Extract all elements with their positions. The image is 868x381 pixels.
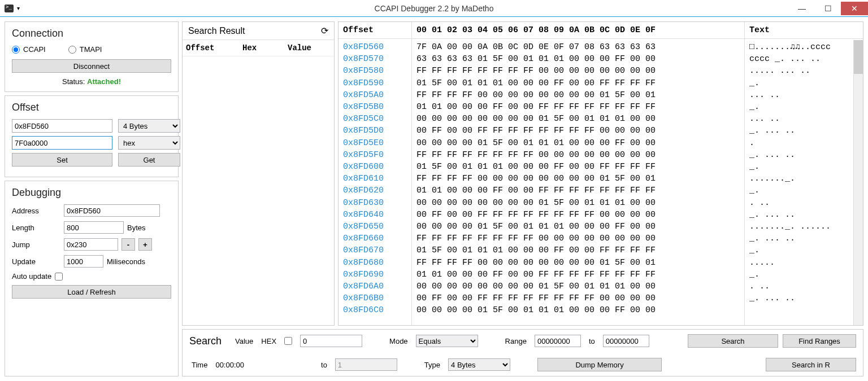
hex-bytes-row[interactable]: FF FF FF FF 00 00 00 00 00 00 00 00 01 5… <box>416 89 740 101</box>
hex-bytes-row[interactable]: FF FF FF FF FF FF FF FF 00 00 00 00 00 0… <box>416 233 740 244</box>
jump-plus-button[interactable]: + <box>138 238 152 251</box>
search-type-select[interactable]: 4 Bytes <box>448 358 510 371</box>
hex-bytes-row[interactable]: 01 5F 00 01 01 01 00 00 00 FF 00 00 FF F… <box>416 77 740 89</box>
debug-update-input[interactable] <box>64 255 103 268</box>
hex-offset-cell[interactable]: 0x8FD5B0 <box>343 101 407 113</box>
hex-offset-cell[interactable]: 0x8FD590 <box>343 77 407 89</box>
radio-tmapi[interactable]: TMAPI <box>68 45 102 54</box>
search-panel: Search Value HEX Mode Equals Range to Se… <box>182 329 863 376</box>
status-value: Attached! <box>87 77 121 86</box>
hex-bytes-row[interactable]: 00 00 00 00 01 5F 00 01 01 01 00 00 00 F… <box>416 304 740 316</box>
find-ranges-button[interactable]: Find Ranges <box>783 334 856 348</box>
offset-value-input[interactable] <box>12 136 112 150</box>
hex-offset-cell[interactable]: 0x8FD6C0 <box>343 304 407 316</box>
hex-text-row: □.......♫♫..cccc <box>749 41 858 53</box>
hex-text-row: _. <box>749 185 858 196</box>
hex-bytes-header: 00 01 02 03 04 05 06 07 08 09 0A 0B 0C 0… <box>412 22 744 39</box>
hex-bytes-row[interactable]: 7F 0A 00 00 0A 0B 0C 0D 0E 0F 07 08 63 6… <box>416 41 740 53</box>
hex-offset-cell[interactable]: 0x8FD6B0 <box>343 292 407 304</box>
search-hex-checkbox[interactable] <box>284 337 292 345</box>
hex-text-row: _. <box>749 77 858 89</box>
hex-bytes-row[interactable]: FF FF FF FF 00 00 00 00 00 00 00 00 01 5… <box>416 173 740 185</box>
hex-offset-cell[interactable]: 0x8FD670 <box>343 244 407 256</box>
hex-offset-cell[interactable]: 0x8FD5F0 <box>343 149 407 161</box>
close-button[interactable]: ✕ <box>841 2 868 15</box>
set-button[interactable]: Set <box>12 153 112 167</box>
search-value-input[interactable] <box>300 335 362 347</box>
debug-jump-input[interactable] <box>64 238 118 251</box>
hex-bytes-row[interactable]: 00 00 00 00 00 00 00 00 01 5F 00 01 01 0… <box>416 281 740 292</box>
hex-offset-cell[interactable]: 0x8FD5D0 <box>343 125 407 137</box>
hex-bytes-row[interactable]: FF FF FF FF 00 00 00 00 00 00 00 00 01 5… <box>416 257 740 269</box>
hex-offset-cell[interactable]: 0x8FD680 <box>343 257 407 269</box>
hex-bytes-row[interactable]: 01 5F 00 01 01 01 00 00 00 FF 00 00 FF F… <box>416 161 740 173</box>
hex-offset-cell[interactable]: 0x8FD620 <box>343 185 407 196</box>
hex-offset-cell[interactable]: 0x8FD580 <box>343 65 407 77</box>
search-time-value: 00:00:00 <box>215 361 244 369</box>
hex-bytes-row[interactable]: 00 00 00 00 01 5F 00 01 01 01 00 00 00 F… <box>416 221 740 233</box>
hex-offset-cell[interactable]: 0x8FD5C0 <box>343 113 407 125</box>
refresh-icon[interactable]: ⟳ <box>321 25 328 36</box>
hex-offset-cell[interactable]: 0x8FD5A0 <box>343 89 407 101</box>
hex-offset-cell[interactable]: 0x8FD6A0 <box>343 281 407 292</box>
jump-minus-button[interactable]: - <box>121 238 135 251</box>
hex-text-row: . .. <box>749 281 858 292</box>
offset-title: Offset <box>12 102 171 113</box>
hex-bytes-row[interactable]: 00 FF 00 00 FF FF FF FF FF FF FF FF 00 0… <box>416 209 740 221</box>
load-refresh-button[interactable]: Load / Refresh <box>12 285 171 299</box>
search-mode-select[interactable]: Equals <box>416 335 478 347</box>
offset-address-input[interactable] <box>12 119 112 133</box>
hex-bytes-row[interactable]: FF FF FF FF FF FF FF FF 00 00 00 00 00 0… <box>416 65 740 77</box>
hex-offset-cell[interactable]: 0x8FD650 <box>343 221 407 233</box>
hex-bytes-row[interactable]: 00 00 00 00 01 5F 00 01 01 01 00 00 00 F… <box>416 137 740 149</box>
hex-bytes-row[interactable]: 01 01 00 00 00 FF 00 00 FF FF FF FF FF F… <box>416 269 740 281</box>
hex-offset-header: Offset <box>338 22 411 39</box>
hex-bytes-row[interactable]: 00 00 00 00 00 00 00 00 01 5F 00 01 01 0… <box>416 113 740 125</box>
hex-bytes-row[interactable]: 00 FF 00 00 FF FF FF FF FF FF FF FF 00 0… <box>416 125 740 137</box>
hex-text-row: _. ... .. <box>749 209 858 221</box>
window-title: CCAPI Debugger 2.2 by MaDetho <box>375 4 494 13</box>
hex-offset-cell[interactable]: 0x8FD5E0 <box>343 137 407 149</box>
hex-offset-cell[interactable]: 0x8FD600 <box>343 161 407 173</box>
hex-text-row: _. <box>749 161 858 173</box>
offset-format-select[interactable]: hex <box>118 136 180 150</box>
search-result-panel: Search Result ⟳ Offset Hex Value <box>182 21 335 326</box>
minimize-button[interactable]: — <box>789 2 815 15</box>
hex-offset-cell[interactable]: 0x8FD660 <box>343 233 407 244</box>
hex-bytes-row[interactable]: 63 63 63 63 01 5F 00 01 01 01 00 00 00 F… <box>416 53 740 65</box>
hex-offset-cell[interactable]: 0x8FD640 <box>343 209 407 221</box>
disconnect-button[interactable]: Disconnect <box>12 59 171 73</box>
autoupdate-checkbox[interactable] <box>55 273 63 281</box>
hex-offset-cell[interactable]: 0x8FD630 <box>343 197 407 209</box>
connection-panel: Connection CCAPI TMAPI Disconnect Status… <box>5 21 179 92</box>
hex-bytes-row[interactable]: FF FF FF FF FF FF FF FF 00 00 00 00 00 0… <box>416 149 740 161</box>
hex-bytes-row[interactable]: 01 01 00 00 00 FF 00 00 FF FF FF FF FF F… <box>416 185 740 196</box>
hex-bytes-row[interactable]: 01 5F 00 01 01 01 00 00 00 FF 00 00 FF F… <box>416 244 740 256</box>
search-range-from-input[interactable] <box>535 335 581 347</box>
search-range-to-input[interactable] <box>603 335 649 347</box>
search-button[interactable]: Search <box>688 334 778 348</box>
dump-memory-button[interactable]: Dump Memory <box>537 358 662 371</box>
menu-chevron-icon[interactable]: ▾ <box>17 5 20 11</box>
hex-text-row: . .. <box>749 197 858 209</box>
get-button[interactable]: Get <box>118 153 180 167</box>
debug-address-input[interactable] <box>64 204 160 217</box>
hex-text-row: _. ... .. <box>749 233 858 244</box>
hex-bytes-row[interactable]: 00 FF 00 00 FF FF FF FF FF FF FF FF 00 0… <box>416 292 740 304</box>
hex-scrollbar[interactable] <box>853 40 863 325</box>
search-result-header: Offset Hex Value <box>183 40 334 56</box>
hex-offset-cell[interactable]: 0x8FD690 <box>343 269 407 281</box>
maximize-button[interactable]: ☐ <box>815 2 841 15</box>
debug-length-input[interactable] <box>64 221 124 234</box>
hex-offset-cell[interactable]: 0x8FD570 <box>343 53 407 65</box>
hex-offset-cell[interactable]: 0x8FD560 <box>343 41 407 53</box>
offset-size-select[interactable]: 4 Bytes <box>118 119 180 133</box>
hex-bytes-row[interactable]: 01 01 00 00 00 FF 00 00 FF FF FF FF FF F… <box>416 101 740 113</box>
search-in-ranges-button[interactable]: Search in R <box>766 358 856 371</box>
hex-bytes-row[interactable]: 00 00 00 00 00 00 00 00 01 5F 00 01 01 0… <box>416 197 740 209</box>
search-title: Search <box>189 335 222 347</box>
hex-text-row: _. ... .. <box>749 125 858 137</box>
hex-offset-cell[interactable]: 0x8FD610 <box>343 173 407 185</box>
radio-ccapi[interactable]: CCAPI <box>12 45 46 54</box>
status-row: Status: Attached! <box>12 77 171 86</box>
